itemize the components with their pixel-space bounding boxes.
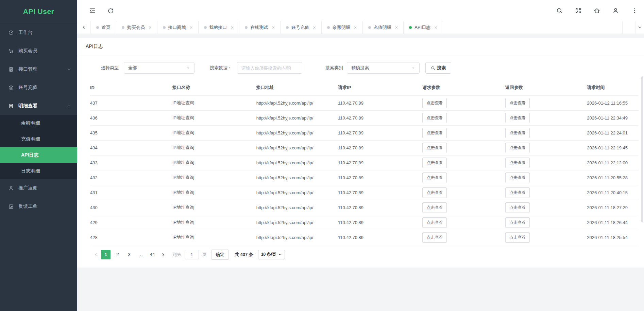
table-row: 434 IP地址查询 http://kfapi.52hyjs.com/api/i… (90, 140, 639, 155)
view-request-params-button[interactable]: 点击查看 (422, 98, 447, 108)
cell-return-params: 点击查看 (505, 155, 587, 170)
goto-page-input[interactable] (185, 250, 199, 259)
tab-label: 账号充值 (291, 24, 309, 31)
sidebar-item-buy-membership[interactable]: 购买会员 (0, 42, 77, 60)
view-return-params-button[interactable]: 点击查看 (505, 158, 530, 168)
cell-request-time: 2026-01-11 22:12:00 (587, 155, 639, 170)
sidebar-item-feedback[interactable]: 反馈工单 (0, 197, 77, 216)
cell-return-params: 点击查看 (505, 185, 587, 200)
view-request-params-button[interactable]: 点击查看 (422, 128, 447, 138)
tabbar-spacer (443, 21, 622, 34)
tab[interactable]: 首页 (91, 21, 116, 34)
tabs-actions-dropdown[interactable] (635, 21, 644, 34)
view-request-params-button[interactable]: 点击查看 (422, 172, 447, 183)
sidebar-subitem-api-log[interactable]: API日志 (0, 147, 77, 163)
tab[interactable]: 充值明细 × (363, 21, 404, 34)
category-select[interactable]: 精确搜索 (347, 62, 420, 74)
tab-close-icon[interactable]: × (354, 25, 357, 30)
view-return-params-button[interactable]: 点击查看 (505, 202, 530, 213)
cell-api-name: IP地址查询 (172, 125, 256, 140)
sidebar-subitem-log-detail[interactable]: 日志明细 (0, 163, 77, 179)
search-input[interactable] (237, 62, 302, 74)
submenu-item-label: 余额明细 (21, 120, 40, 126)
page-number-button[interactable]: 44 (148, 250, 157, 259)
view-return-params-button[interactable]: 点击查看 (505, 172, 530, 183)
view-return-params-button[interactable]: 点击查看 (505, 232, 530, 243)
user-icon[interactable] (612, 7, 619, 14)
next-page-button[interactable] (159, 253, 167, 257)
view-request-params-button[interactable]: 点击查看 (422, 158, 447, 168)
cell-api-name: IP地址查询 (172, 215, 256, 230)
view-return-params-button[interactable]: 点击查看 (505, 187, 530, 198)
sidebar-item-detail-view[interactable]: 明细查看 (0, 97, 77, 115)
page-number-button[interactable]: 3 (125, 250, 134, 259)
tabs-scroll-right-button[interactable] (622, 21, 635, 34)
sidebar: API User 工作台 购买会员 接口管理 (0, 0, 77, 311)
refresh-icon[interactable] (107, 7, 114, 14)
page-size-select[interactable]: 10 条/页 (258, 250, 285, 259)
collapse-sidebar-icon[interactable] (89, 7, 96, 14)
view-request-params-button[interactable]: 点击查看 (422, 113, 447, 123)
goto-confirm-button[interactable]: 确定 (211, 250, 229, 260)
tab-close-icon[interactable]: × (272, 25, 275, 30)
tab[interactable]: API日志 × (404, 21, 443, 34)
cell-api-name: IP地址查询 (172, 230, 256, 245)
view-return-params-button[interactable]: 点击查看 (505, 98, 530, 108)
search-button[interactable]: 搜索 (425, 62, 451, 74)
page-title: API日志 (77, 38, 644, 55)
view-return-params-button[interactable]: 点击查看 (505, 143, 530, 153)
total-count-text: 共 437 条 (235, 252, 253, 258)
sidebar-item-recharge[interactable]: 账号充值 (0, 78, 77, 97)
sidebar-subitem-recharge-detail[interactable]: 充值明细 (0, 131, 77, 147)
table-header-row: ID 接口名称 接口地址 请求IP 请求参数 返回参数 请求时间 (90, 80, 639, 95)
page-number-button[interactable]: 1 (101, 250, 111, 259)
column-header-url: 接口地址 (256, 80, 338, 95)
view-return-params-button[interactable]: 点击查看 (505, 128, 530, 138)
tab[interactable]: 接口商城 × (157, 21, 199, 34)
chevron-down-icon (278, 253, 282, 256)
category-select-label: 搜索类别 (325, 65, 343, 71)
goto-page-prefix: 到第 (172, 252, 181, 258)
prev-page-button[interactable] (92, 253, 100, 257)
home-icon[interactable] (593, 7, 600, 14)
tab-status-dot (204, 26, 207, 29)
tab-close-icon[interactable]: × (231, 25, 234, 30)
topbar-left (89, 7, 114, 14)
tab[interactable]: 余额明细 × (322, 21, 363, 34)
view-request-params-button[interactable]: 点击查看 (422, 232, 447, 243)
sidebar-subitem-balance-detail[interactable]: 余额明细 (0, 115, 77, 131)
tabs-scroll-left-button[interactable] (77, 21, 91, 34)
view-return-params-button[interactable]: 点击查看 (505, 217, 530, 228)
sidebar-item-promotion[interactable]: 推广返佣 (0, 179, 77, 197)
log-table: ID 接口名称 接口地址 请求IP 请求参数 返回参数 请求时间 437 IP地… (90, 80, 639, 245)
view-request-params-button[interactable]: 点击查看 (422, 143, 447, 153)
tab-close-icon[interactable]: × (395, 25, 398, 30)
sidebar-item-api-manage[interactable]: 接口管理 (0, 60, 77, 78)
type-select[interactable]: 全部 (124, 62, 194, 74)
page-number-button[interactable]: 2 (113, 250, 122, 259)
tab[interactable]: 在线测试 × (239, 21, 281, 34)
fullscreen-icon[interactable] (575, 7, 582, 14)
cell-request-time: 2026-01-11 22:34:49 (587, 110, 639, 125)
tab[interactable]: 我的接口 × (199, 21, 240, 34)
vertical-scrollbar-thumb[interactable] (641, 76, 643, 222)
view-return-params-button[interactable]: 点击查看 (505, 113, 530, 123)
tab-close-icon[interactable]: × (434, 25, 437, 30)
sidebar-item-workbench[interactable]: 工作台 (0, 23, 77, 42)
more-menu-icon[interactable] (631, 7, 638, 14)
search-icon[interactable] (556, 7, 563, 14)
tab-close-icon[interactable]: × (313, 25, 316, 30)
cell-api-url: http://kfapi.52hyjs.com/api/ip/ (256, 215, 338, 230)
view-request-params-button[interactable]: 点击查看 (422, 202, 447, 213)
tab[interactable]: 账号充值 × (281, 21, 322, 34)
tab-close-icon[interactable]: × (190, 25, 193, 30)
cell-return-params: 点击查看 (505, 200, 587, 215)
column-header-id: ID (90, 80, 172, 95)
tab-close-icon[interactable]: × (149, 25, 152, 30)
cell-id: 428 (90, 230, 172, 245)
tab[interactable]: 购买会员 × (116, 21, 157, 34)
view-request-params-button[interactable]: 点击查看 (422, 217, 447, 228)
chevron-right-icon (161, 253, 165, 257)
view-request-params-button[interactable]: 点击查看 (422, 187, 447, 198)
app-logo: API User (0, 0, 77, 23)
